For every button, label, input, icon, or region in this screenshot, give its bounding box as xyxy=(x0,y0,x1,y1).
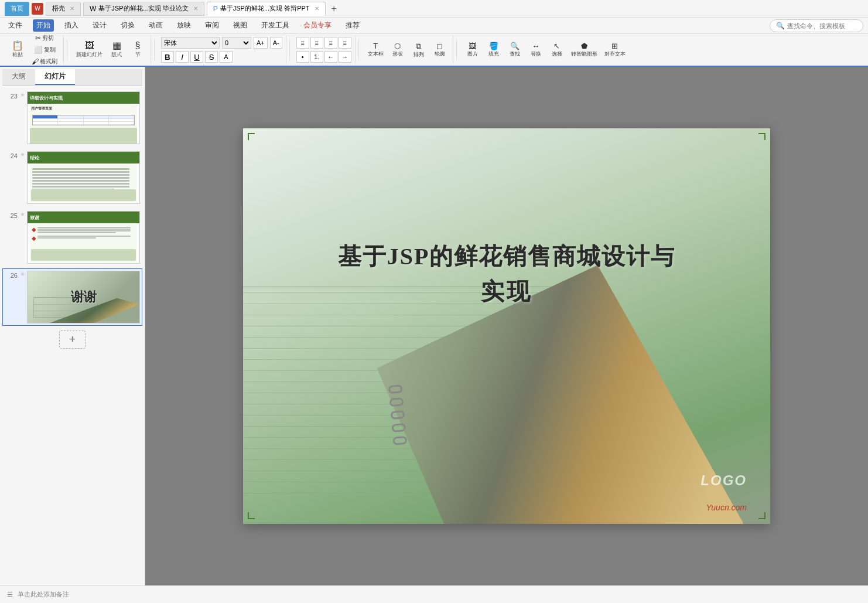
slide-thumb-24[interactable]: 24 ★ 结论 xyxy=(2,149,142,206)
note-icon: ☰ xyxy=(7,591,13,598)
slide-image-24: 结论 xyxy=(27,151,140,204)
cut-icon: ✂ xyxy=(35,34,41,42)
menu-view[interactable]: 视图 xyxy=(230,19,251,32)
slide-num-23: 23 xyxy=(5,91,18,100)
paste-button[interactable]: 📋 粘贴 xyxy=(8,40,27,60)
format-painter-button[interactable]: 🖌 格式刷 xyxy=(29,56,60,67)
slide-24-title: 结论 xyxy=(30,155,39,161)
divider-1 xyxy=(67,39,67,60)
tab-wuke[interactable]: 梧壳 ✕ xyxy=(46,2,81,16)
note-bar: ☰ 单击此处添加备注 xyxy=(0,585,868,603)
menu-design[interactable]: 设计 xyxy=(89,19,110,32)
canvas-area[interactable]: 基于JSP的鲜花销售商城设计与 实现 LOGO Yuucn.com xyxy=(145,67,868,585)
menu-animation[interactable]: 动画 xyxy=(145,19,166,32)
justify-button[interactable]: ≡ xyxy=(339,37,351,49)
menu-transition[interactable]: 切换 xyxy=(117,19,138,32)
underline-button[interactable]: U xyxy=(190,51,203,63)
shadow-button[interactable]: A xyxy=(220,51,233,63)
convert-align-icon: ⊞ xyxy=(611,42,618,50)
bullets-button[interactable]: • xyxy=(296,51,309,63)
tab-ppt-icon: P xyxy=(213,5,218,13)
slide-star-24: ★ xyxy=(20,151,27,158)
slide-thumb-25[interactable]: 25 ★ 致谢 ◆ xyxy=(2,209,142,266)
font-size-select[interactable]: 0 xyxy=(222,37,251,49)
layout-icon: ▦ xyxy=(112,41,121,50)
note-prompt[interactable]: 单击此处添加备注 xyxy=(18,590,69,599)
tab-thesis-label: 基于JSP的鲜花...实现 毕业论文 xyxy=(98,4,188,13)
menu-vip[interactable]: 会员专享 xyxy=(300,19,335,32)
divider-3 xyxy=(289,39,290,60)
font-decrease-button[interactable]: A- xyxy=(270,37,282,49)
numbering-button[interactable]: 1. xyxy=(310,51,323,63)
arrange-button[interactable]: ⧉ 排列 xyxy=(409,40,428,60)
tab-wuke-label: 梧壳 xyxy=(52,4,65,13)
menu-recommend[interactable]: 推荐 xyxy=(342,19,363,32)
indent-right-button[interactable]: → xyxy=(339,51,351,63)
menu-developer[interactable]: 开发工具 xyxy=(258,19,293,32)
layout-button[interactable]: ▦ 版式 xyxy=(107,40,126,60)
replace-button[interactable]: ↔ 替换 xyxy=(527,40,545,59)
italic-button[interactable]: I xyxy=(176,51,189,63)
slide-canvas: 基于JSP的鲜花销售商城设计与 实现 LOGO Yuucn.com xyxy=(243,128,770,524)
tab-ppt[interactable]: P 基于JSP的鲜花...实现 答辩PPT ✕ xyxy=(207,2,326,16)
slide-star-26: ★ xyxy=(20,271,27,277)
main-area: 大纲 幻灯片 23 ★ 详细设计与实现 用户管理页面 xyxy=(0,67,868,585)
slide-watermark: Yuucn.com xyxy=(706,503,747,512)
tab-ppt-close[interactable]: ✕ xyxy=(315,5,319,12)
fill-button[interactable]: 🪣 填充 xyxy=(484,40,503,59)
slide-num-26: 26 xyxy=(5,271,18,279)
smart-shape-button[interactable]: ⬟ 转智能图形 xyxy=(569,40,600,59)
toolbar-drawing-group: T 文本框 ⬡ 形状 ⧉ 排列 ◻ 轮廓 xyxy=(362,36,453,64)
menu-slideshow[interactable]: 放映 xyxy=(173,19,194,32)
align-center-button[interactable]: ≡ xyxy=(310,37,323,49)
copy-button[interactable]: ⬜ 复制 xyxy=(29,45,60,55)
panel-tab-slides[interactable]: 幻灯片 xyxy=(35,69,75,85)
shapes-button[interactable]: ⬡ 形状 xyxy=(388,40,407,59)
toolbar-slide-group: 🖼 新建幻灯片 ▦ 版式 § 节 xyxy=(70,36,151,64)
picture-icon: 🖼 xyxy=(469,42,476,50)
divider-4 xyxy=(358,39,359,60)
add-slide-button[interactable]: + xyxy=(59,331,86,349)
menu-review[interactable]: 审阅 xyxy=(201,19,223,32)
strikethrough-button[interactable]: S xyxy=(205,51,218,63)
toolbar-misc-group: 🖼 图片 🪣 填充 🔍 查找 ↔ 替换 ↖ 选择 ⬟ 转智能图形 ⊞ 对齐文本 xyxy=(460,36,631,64)
picture-button[interactable]: 🖼 图片 xyxy=(463,40,482,59)
bold-button[interactable]: B xyxy=(161,51,174,63)
slide-main-title-line1: 基于JSP的鲜花销售商城设计与 xyxy=(296,239,717,274)
tab-thesis-close[interactable]: ✕ xyxy=(193,5,198,12)
slide-thumb-23[interactable]: 23 ★ 详细设计与实现 用户管理页面 xyxy=(2,89,142,147)
font-name-select[interactable]: 宋体 xyxy=(161,37,220,49)
section-button[interactable]: § 节 xyxy=(128,40,147,60)
slide-star-23: ★ xyxy=(20,91,27,98)
align-left-button[interactable]: ≡ xyxy=(296,37,309,49)
slide-panel: 大纲 幻灯片 23 ★ 详细设计与实现 用户管理页面 xyxy=(0,67,145,585)
slide-overlay: 基于JSP的鲜花销售商城设计与 实现 LOGO Yuucn.com xyxy=(243,128,770,524)
menu-insert[interactable]: 插入 xyxy=(61,19,82,32)
font-increase-button[interactable]: A+ xyxy=(254,37,268,49)
slide-image-26: 谢谢 xyxy=(27,271,140,323)
panel-tabs: 大纲 幻灯片 xyxy=(2,69,142,86)
menu-start[interactable]: 开始 xyxy=(33,19,54,32)
new-slide-button[interactable]: 🖼 新建幻灯片 xyxy=(74,40,105,60)
tab-home[interactable]: 首页 xyxy=(5,2,29,16)
outline-button[interactable]: ◻ 轮廓 xyxy=(430,40,449,59)
slide-star-25: ★ xyxy=(20,211,27,217)
smart-shape-icon: ⬟ xyxy=(581,42,587,50)
toolbar-search-box[interactable]: 🔍 xyxy=(770,19,863,32)
convert-align-button[interactable]: ⊞ 对齐文本 xyxy=(602,40,628,59)
text-box-button[interactable]: T 文本框 xyxy=(365,40,386,59)
slide-thumb-26[interactable]: 26 ★ 谢谢 xyxy=(2,268,142,326)
tab-wuke-close[interactable]: ✕ xyxy=(70,5,74,12)
search-input[interactable] xyxy=(787,22,857,29)
align-right-button[interactable]: ≡ xyxy=(324,37,337,49)
slide-num-25: 25 xyxy=(5,211,18,219)
find-button[interactable]: 🔍 查找 xyxy=(505,40,524,59)
tab-thesis[interactable]: W 基于JSP的鲜花...实现 毕业论文 ✕ xyxy=(83,2,204,16)
cut-button[interactable]: ✂ 剪切 xyxy=(29,34,60,43)
new-tab-button[interactable]: + xyxy=(328,4,340,14)
toolbar-font-group: 宋体 0 A+ A- B I U S A xyxy=(158,36,286,64)
panel-tab-outline[interactable]: 大纲 xyxy=(2,69,35,85)
menu-file[interactable]: 文件 xyxy=(5,19,26,32)
select-button[interactable]: ↖ 选择 xyxy=(548,40,566,59)
indent-left-button[interactable]: ← xyxy=(324,51,337,63)
